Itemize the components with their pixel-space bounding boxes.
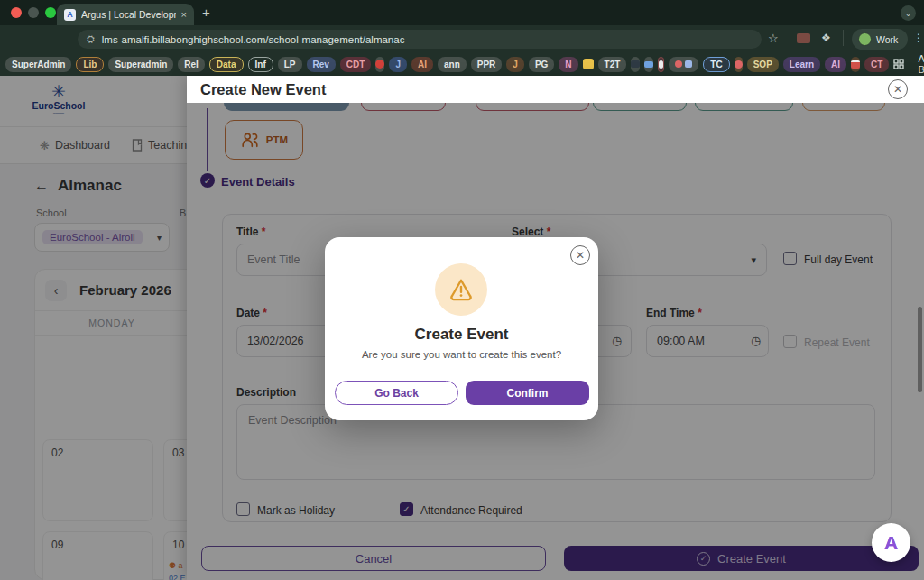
window-close-button[interactable] [11, 7, 22, 18]
bookmark-calendar-icon[interactable] [851, 57, 860, 72]
toolbar-divider [843, 30, 844, 46]
window-maximize-button[interactable] [45, 7, 56, 18]
profile-avatar [858, 32, 872, 46]
bookmark-tc[interactable]: TC [703, 57, 729, 72]
drawer-header: Create New Event ✕ [187, 76, 924, 103]
bookmark-sop[interactable]: SOP [747, 57, 779, 72]
bookmark-mic-icon[interactable] [658, 57, 664, 72]
go-back-button[interactable]: Go Back [335, 381, 458, 405]
bookmark-t2t[interactable]: T2T [598, 57, 627, 72]
new-tab-button[interactable]: + [202, 5, 210, 20]
modal-title: Create Event [325, 326, 598, 344]
drawer-title: Create New Event [200, 81, 326, 98]
bookmark-apps-grid-icon[interactable] [893, 57, 904, 72]
backdrop-left [0, 76, 187, 580]
bookmark-pg[interactable]: PG [529, 57, 554, 72]
scrollbar-thumb[interactable] [918, 307, 922, 392]
bookmark-cdt[interactable]: CDT [340, 57, 372, 72]
profile-label: Work [876, 34, 898, 45]
argus-logo-icon: A [884, 532, 898, 554]
bookmark-cap-icon[interactable] [644, 57, 653, 72]
bookmark-star-icon[interactable]: ☆ [768, 32, 779, 45]
modal-close-icon[interactable]: ✕ [570, 245, 590, 265]
bookmark-yellow-icon[interactable] [583, 57, 594, 72]
profile-chip[interactable]: Work [852, 29, 908, 50]
media-panel-icon[interactable] [797, 33, 810, 43]
bookmark-lp[interactable]: LP [278, 57, 302, 72]
bookmark-inf[interactable]: Inf [248, 57, 273, 72]
bookmark-rel[interactable]: Rel [178, 57, 205, 72]
tab-search-chevron-icon[interactable]: ⌄ [901, 5, 916, 21]
bookmark-learn[interactable]: Learn [783, 57, 820, 72]
bookmark-j-orange[interactable]: J [506, 57, 524, 72]
tab-close-icon[interactable]: × [181, 9, 187, 20]
drawer-close-icon[interactable]: ✕ [888, 79, 908, 99]
bookmark-ppr[interactable]: PPR [471, 57, 503, 72]
menu-kebab-icon[interactable]: ⋮ [913, 32, 924, 44]
modal-message: Are you sure you want to create this eve… [325, 349, 598, 360]
extensions-icon[interactable]: ❖ [821, 32, 831, 44]
bookmark-duo-icon[interactable] [669, 57, 698, 72]
bookmarks-bar: SuperAdmin Lib Superadmin Rel Data Inf L… [0, 52, 924, 76]
tab-strip: A Argus | Local Development × + ⌄ [0, 0, 924, 25]
confirm-modal: ✕ Create Event Are you sure you want to … [325, 237, 598, 420]
bookmark-j-blue[interactable]: J [389, 57, 407, 72]
bookmark-red-round-icon[interactable] [735, 57, 743, 72]
argus-floating-button[interactable]: A [872, 523, 910, 562]
bookmark-superadmin2[interactable]: Superadmin [108, 57, 173, 72]
url-text: lms-amalfi.billabonghighschool.com/schoo… [102, 34, 405, 45]
window-minimize-button[interactable] [28, 7, 39, 18]
bookmark-lib[interactable]: Lib [76, 57, 104, 72]
bookmark-apple-icon[interactable] [375, 57, 384, 72]
bookmark-data[interactable]: Data [209, 57, 244, 72]
bookmark-superadmin[interactable]: SuperAdmin [5, 57, 71, 72]
browser-tab[interactable]: A Argus | Local Development × [57, 4, 194, 25]
bookmark-ct[interactable]: CT [864, 57, 889, 72]
tab-title: Argus | Local Development [81, 9, 176, 20]
confirm-button[interactable]: Confirm [466, 381, 589, 405]
bookmark-ai-red[interactable]: AI [411, 57, 433, 72]
url-bar[interactable]: ⛭ lms-amalfi.billabonghighschool.com/sch… [78, 30, 762, 49]
all-bookmarks-button[interactable]: All Bookmarks [918, 53, 924, 75]
bookmark-camera-icon[interactable] [631, 57, 640, 72]
bookmark-ai-purple[interactable]: AI [825, 57, 846, 72]
bookmark-n[interactable]: N [559, 57, 578, 72]
site-settings-icon[interactable]: ⛭ [87, 33, 95, 45]
bookmark-ann[interactable]: ann [438, 57, 467, 72]
screen: A Argus | Local Development × + ⌄ ← → ⟳ … [0, 0, 924, 580]
warning-icon [435, 263, 487, 316]
bookmark-rev[interactable]: Rev [307, 57, 336, 72]
tab-favicon-icon: A [64, 9, 76, 21]
